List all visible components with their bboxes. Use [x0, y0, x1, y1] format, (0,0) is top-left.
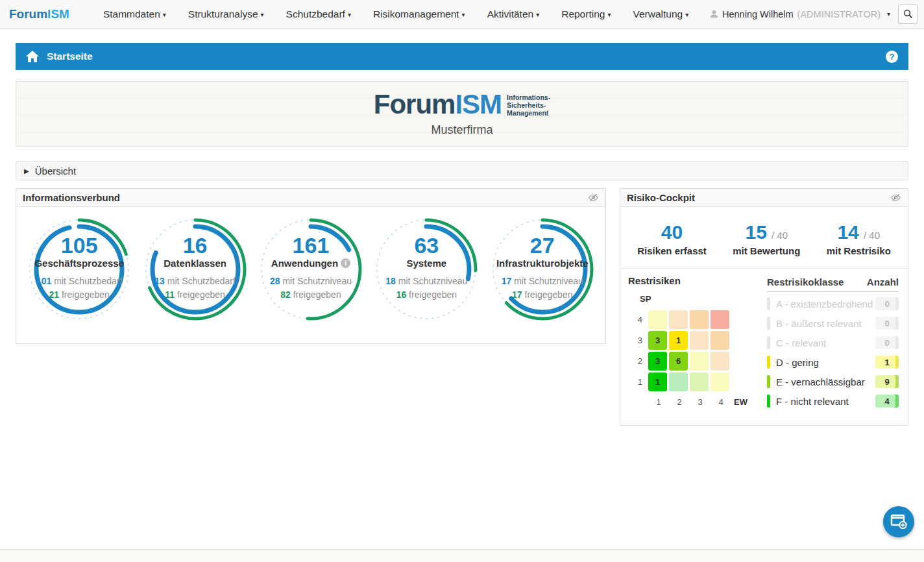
page-title[interactable]: Startseite: [47, 51, 93, 62]
class-color-bar: [767, 375, 770, 388]
matrix-cell-sp4-ew4[interactable]: [711, 310, 729, 329]
matrix-cell-sp1-ew4[interactable]: [711, 373, 729, 391]
menu-label: Risikomanagement: [373, 8, 459, 19]
menu-strukturanalyse[interactable]: Strukturanalyse▾: [188, 8, 264, 20]
menu-schutzbedarf[interactable]: Schutzbedarf▾: [286, 8, 351, 20]
matrix-cell-sp3-ew4[interactable]: [711, 331, 729, 350]
chevron-down-icon: ▾: [887, 10, 890, 18]
stat-value: 161: [293, 233, 330, 258]
menu-verwaltung[interactable]: Verwaltung▾: [633, 8, 688, 20]
stat-circle-infrastrukturobjekte[interactable]: 27 Infrastrukturobjekte 17 mit Schutzniv…: [489, 216, 596, 323]
stat-label: Infrastrukturobjekte: [496, 258, 589, 269]
user-menu[interactable]: Henning Wilhelm (ADMINISTRATOR) ▾: [710, 9, 890, 19]
stat-value: 63: [414, 233, 439, 258]
user-role: (ADMINISTRATOR): [797, 9, 881, 19]
stat-circle-systeme[interactable]: 63 Systeme 18 mit Schutzniveau 16 freige…: [373, 216, 480, 323]
stat-circle-geschaeftsprozesse[interactable]: 105 Geschäftsprozesse 101 mit Schutzbeda…: [26, 216, 132, 323]
info-icon[interactable]: i: [341, 258, 350, 268]
chevron-down-icon: ▾: [261, 11, 264, 18]
hero-logo-part2: ISM: [455, 89, 502, 119]
matrix-row: 331: [628, 330, 763, 350]
menu-stammdaten[interactable]: Stammdaten▾: [103, 8, 166, 20]
overview-collapse-bar[interactable]: ▶ Übersicht: [16, 161, 908, 180]
stat-line2: 11 freigegeben: [165, 290, 225, 300]
class-count-badge: 4: [875, 395, 899, 408]
class-color-bar: [767, 356, 770, 369]
help-button[interactable]: ?: [886, 51, 898, 63]
matrix-cell-sp4-ew1[interactable]: [648, 310, 667, 329]
stat-label: Systeme: [407, 258, 447, 269]
home-icon[interactable]: [26, 51, 39, 62]
class-label: C - relevant: [776, 337, 875, 348]
class-label: E - vernachlässigbar: [776, 376, 875, 387]
app-logo[interactable]: ForumISM: [9, 7, 69, 21]
class-count-badge: 0: [875, 336, 899, 349]
sp-tick-label: 2: [628, 356, 642, 366]
class-row-c[interactable]: C - relevant 0: [767, 333, 899, 352]
menu-reporting[interactable]: Reporting▾: [561, 8, 611, 20]
table-header: Restrisikoklasse Anzahl: [767, 276, 899, 292]
menu-risikomanagement[interactable]: Risikomanagement▾: [373, 8, 465, 20]
matrix-cell-sp4-ew2[interactable]: [669, 310, 688, 329]
chevron-right-icon: ▶: [24, 167, 29, 175]
class-row-d[interactable]: D - gering 1: [767, 352, 899, 372]
matrix-cell-sp2-ew3[interactable]: [690, 352, 709, 371]
kpi-label: mit Restrisiko: [827, 245, 891, 256]
hero-banner: ForumISM Informations-Sicherheits-Manage…: [16, 81, 908, 147]
menu-aktivitaeten[interactable]: Aktivitäten▾: [487, 8, 540, 20]
search-button[interactable]: [898, 5, 918, 24]
stat-label: Datenklassen: [164, 258, 226, 269]
user-name: Henning Wilhelm: [722, 9, 794, 19]
matrix-cell-sp2-ew1[interactable]: 3: [648, 352, 667, 371]
class-count-badge: 0: [875, 317, 899, 330]
restrisikoklasse-table: Restrisikoklasse Anzahl A - existenzbedr…: [767, 276, 899, 411]
stat-content: 105 Geschäftsprozesse 101 mit Schutzbeda…: [26, 216, 132, 323]
class-row-f[interactable]: F - nicht relevant 4: [767, 391, 899, 411]
matrix-cell-sp1-ew1[interactable]: 1: [648, 373, 667, 391]
hide-panel-button[interactable]: [588, 193, 599, 202]
matrix-cell-sp4-ew3[interactable]: [690, 310, 709, 329]
class-count-badge: 1: [875, 356, 899, 369]
app-logo-part2: ISM: [47, 7, 69, 21]
top-navigation: ForumISM Stammdaten▾Strukturanalyse▾Schu…: [0, 0, 924, 29]
chevron-down-icon: ▾: [348, 11, 351, 18]
hero-tagline: Informations-Sicherheits-Management: [507, 93, 550, 117]
matrix-cell-sp3-ew3[interactable]: [690, 331, 709, 350]
risiko-cockpit-title: Risiko-Cockpit: [627, 192, 695, 203]
class-count-badge: 9: [875, 375, 899, 388]
matrix-cell-sp2-ew2[interactable]: 6: [669, 352, 688, 371]
sp-tick-label: 3: [628, 336, 642, 345]
overview-label: Übersicht: [35, 165, 76, 177]
matrix-cell-sp1-ew2[interactable]: [669, 373, 688, 391]
kpi-2: 15 / 40 mit Bewertung: [733, 221, 800, 256]
app-logo-part1: Forum: [9, 7, 47, 21]
class-row-e[interactable]: E - vernachlässigbar 9: [767, 372, 899, 391]
stat-line2: 16 freigegeben: [396, 290, 457, 300]
matrix-row: 4: [628, 309, 763, 330]
risk-body: Restrisiken SP 4 331 236 111234EW Restri…: [620, 269, 908, 411]
sp-tick-label: 4: [628, 315, 642, 324]
eye-slash-icon: [588, 193, 599, 202]
company-name: Musterfirma: [431, 123, 492, 137]
stat-circle-datenklassen[interactable]: 16 Datenklassen 13 mit Schutzbedarf 11 f…: [142, 216, 249, 323]
hide-panel-button[interactable]: [890, 193, 901, 202]
matrix-cell-sp1-ew3[interactable]: [690, 373, 709, 391]
stat-circle-anwendungen[interactable]: 161 Anwendungeni 28 mit Schutzniveau 82 …: [258, 216, 364, 323]
class-color-bar: [767, 395, 770, 408]
class-row-b[interactable]: B - äußerst relevant 0: [767, 313, 899, 333]
add-widget-button[interactable]: [883, 506, 914, 537]
matrix-cell-sp3-ew1[interactable]: 3: [648, 331, 667, 350]
matrix-cell-sp2-ew4[interactable]: [711, 352, 729, 371]
matrix-cell-sp3-ew2[interactable]: 1: [669, 331, 688, 350]
menu-label: Aktivitäten: [487, 8, 534, 19]
menu-label: Verwaltung: [633, 8, 683, 19]
hero-tagline-line: Management: [507, 109, 550, 117]
stat-line1: 17 mit Schutzniveau: [502, 276, 583, 286]
ew-axis-label: EW: [734, 397, 748, 407]
ew-axis: 1234EW: [648, 393, 763, 410]
class-row-a[interactable]: A - existenzbedrohend 0: [767, 294, 899, 313]
menu-label: Reporting: [561, 8, 605, 19]
matrix-row: 11: [628, 371, 763, 392]
stat-line2: 82 freigegeben: [280, 290, 341, 300]
matrix-row: 236: [628, 350, 763, 371]
